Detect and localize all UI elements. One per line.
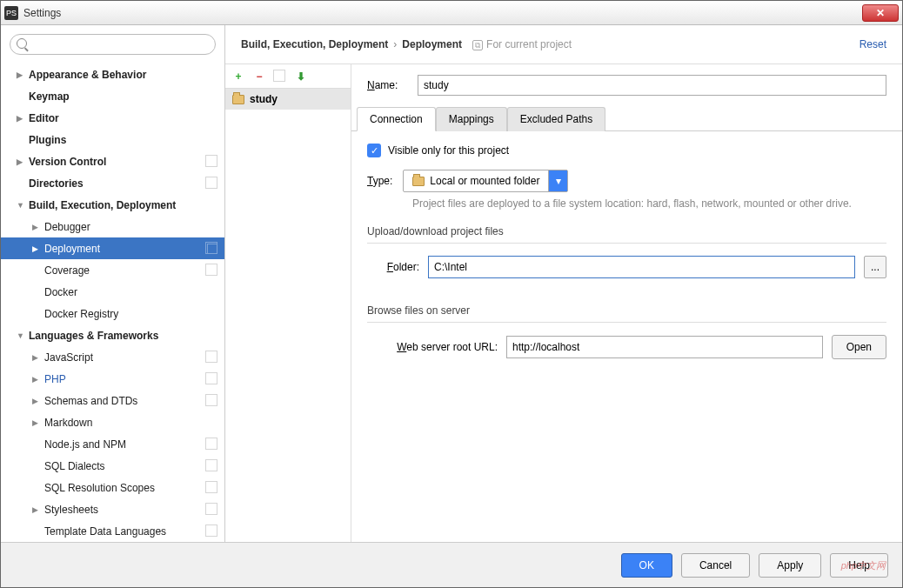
settings-tree[interactable]: ▶Appearance & BehaviorKeymap▶EditorPlugi…	[1, 63, 224, 542]
sidebar-item-label: Languages & Frameworks	[29, 330, 217, 342]
deployment-list-item[interactable]: study	[225, 89, 351, 110]
reset-link[interactable]: Reset	[860, 38, 886, 50]
remove-icon[interactable]: −	[253, 70, 265, 83]
scope-icon	[207, 157, 217, 167]
sidebar-item-docker[interactable]: Docker	[1, 281, 224, 303]
visible-only-label: Visible only for this project	[388, 144, 509, 157]
url-input[interactable]	[506, 336, 823, 358]
sidebar-item-deployment[interactable]: ▶Deployment	[1, 237, 224, 259]
tab-body-connection: ✓ Visible only for this project Type: Lo…	[351, 131, 902, 389]
check-icon[interactable]: ⬇	[295, 70, 307, 83]
sidebar-item-node-js-and-npm[interactable]: Node.js and NPM	[1, 433, 224, 455]
window-title: Settings	[23, 7, 862, 19]
sidebar-item-label: Directories	[29, 177, 207, 190]
folder-label: Folder:	[367, 261, 419, 273]
sidebar-item-build-execution-deployment[interactable]: ▼Build, Execution, Deployment	[1, 194, 224, 216]
close-button[interactable]: ✕	[862, 4, 899, 22]
breadcrumb-root[interactable]: Build, Execution, Deployment	[241, 38, 388, 50]
sidebar-item-label: Debugger	[44, 221, 217, 233]
sidebar-item-javascript[interactable]: ▶JavaScript	[1, 346, 224, 368]
sidebar-item-docker-registry[interactable]: Docker Registry	[1, 303, 224, 324]
expand-arrow-icon: ▼	[17, 201, 25, 210]
watermark: php中文网	[841, 559, 886, 572]
sidebar: ▶Appearance & BehaviorKeymap▶EditorPlugi…	[1, 25, 225, 542]
sidebar-item-label: Version Control	[29, 156, 207, 168]
sidebar-item-keymap[interactable]: Keymap	[1, 85, 224, 107]
breadcrumb-sep: ›	[393, 38, 397, 50]
tab-excluded-paths[interactable]: Excluded Paths	[507, 107, 605, 131]
expand-arrow-icon: ▶	[32, 353, 41, 362]
folder-input[interactable]	[428, 256, 855, 278]
expand-arrow-icon: ▶	[32, 418, 41, 427]
sidebar-item-appearance-behavior[interactable]: ▶Appearance & Behavior	[1, 63, 224, 85]
visible-only-checkbox[interactable]: ✓	[367, 144, 381, 157]
sidebar-item-label: JavaScript	[44, 351, 207, 364]
sidebar-item-label: SQL Resolution Scopes	[44, 482, 207, 494]
name-input[interactable]	[418, 75, 886, 96]
sidebar-item-version-control[interactable]: ▶Version Control	[1, 150, 224, 172]
search-input[interactable]	[10, 34, 216, 55]
sidebar-item-label: Stylesheets	[44, 504, 207, 516]
sidebar-item-label: Editor	[29, 112, 217, 124]
copy-icon[interactable]	[274, 70, 286, 83]
url-label: Web server root URL:	[367, 341, 498, 353]
form-column: Name: Connection Mappings Excluded Paths…	[351, 64, 902, 542]
sidebar-item-label: Template Data Languages	[44, 525, 207, 538]
sidebar-item-markdown[interactable]: ▶Markdown	[1, 411, 224, 433]
scope-icon	[207, 396, 217, 406]
chevron-down-icon[interactable]: ▾	[548, 170, 567, 191]
sidebar-item-plugins[interactable]: Plugins	[1, 129, 224, 150]
scope-icon	[207, 461, 217, 471]
settings-window: PS Settings ✕ ▶Appearance & BehaviorKeym…	[0, 0, 903, 588]
ok-button[interactable]: OK	[621, 553, 672, 578]
scope-icon	[207, 244, 217, 254]
open-button[interactable]: Open	[832, 335, 886, 359]
cancel-button[interactable]: Cancel	[681, 553, 750, 578]
sidebar-item-languages-frameworks[interactable]: ▼Languages & Frameworks	[1, 324, 224, 346]
scope-icon	[207, 526, 217, 537]
scope-icon	[207, 504, 217, 515]
sidebar-item-sql-dialects[interactable]: SQL Dialects	[1, 455, 224, 477]
sidebar-item-stylesheets[interactable]: ▶Stylesheets	[1, 498, 224, 520]
expand-arrow-icon: ▶	[32, 375, 41, 384]
main-panel: Build, Execution, Deployment › Deploymen…	[225, 25, 902, 542]
scope-icon	[207, 178, 217, 189]
name-label: Name:	[367, 79, 407, 91]
sidebar-item-sql-resolution-scopes[interactable]: SQL Resolution Scopes	[1, 477, 224, 498]
list-toolbar: + − ⬇	[225, 64, 351, 89]
sidebar-item-label: Coverage	[44, 264, 207, 277]
expand-arrow-icon: ▶	[32, 397, 41, 405]
titlebar[interactable]: PS Settings ✕	[1, 1, 902, 25]
sidebar-item-coverage[interactable]: Coverage	[1, 259, 224, 281]
sidebar-item-schemas-and-dtds[interactable]: ▶Schemas and DTDs	[1, 390, 224, 411]
scope-icon	[207, 439, 217, 450]
sidebar-item-label: Schemas and DTDs	[44, 395, 207, 407]
breadcrumb-leaf: Deployment	[402, 38, 462, 50]
sidebar-item-label: Node.js and NPM	[44, 438, 207, 451]
apply-button[interactable]: Apply	[759, 553, 821, 578]
expand-arrow-icon: ▶	[17, 70, 25, 79]
add-icon[interactable]: +	[232, 70, 244, 83]
scope-icon	[207, 265, 217, 276]
sidebar-item-label: Keymap	[29, 90, 217, 103]
sidebar-item-label: Build, Execution, Deployment	[29, 199, 217, 211]
sidebar-item-label: Plugins	[29, 134, 217, 146]
type-description: Project files are deployed to a file sys…	[412, 197, 886, 210]
sidebar-item-php[interactable]: ▶PHP	[1, 368, 224, 390]
sidebar-item-label: Docker	[44, 286, 217, 298]
sidebar-item-template-data-languages[interactable]: Template Data Languages	[1, 520, 224, 542]
expand-arrow-icon: ▶	[32, 223, 41, 231]
tab-mappings[interactable]: Mappings	[436, 107, 507, 131]
sidebar-item-editor[interactable]: ▶Editor	[1, 107, 224, 129]
expand-arrow-icon: ▶	[17, 114, 25, 123]
folder-icon	[412, 177, 425, 186]
sidebar-item-label: Docker Registry	[44, 308, 217, 320]
sidebar-item-debugger[interactable]: ▶Debugger	[1, 216, 224, 237]
tab-connection[interactable]: Connection	[357, 107, 436, 131]
dialog-footer: OK Cancel Apply Help php中文网	[1, 542, 902, 587]
type-select[interactable]: Local or mounted folder ▾	[403, 170, 568, 192]
scope-icon	[207, 374, 217, 384]
divider	[367, 243, 886, 244]
sidebar-item-directories[interactable]: Directories	[1, 172, 224, 194]
browse-button[interactable]: ...	[864, 256, 886, 278]
